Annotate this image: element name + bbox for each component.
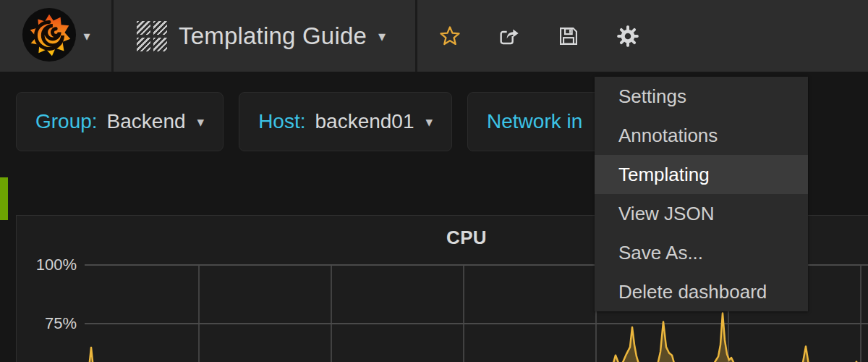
chevron-down-icon: ▾ — [197, 115, 205, 129]
star-button[interactable] — [438, 24, 462, 49]
grafana-dashboard: ▾ Templating Guide ▾ — [0, 0, 868, 362]
variable-network-label: Network in — [487, 110, 582, 133]
org-menu[interactable]: ▾ — [0, 0, 114, 72]
menu-item-annotations[interactable]: Annotations — [595, 116, 808, 155]
share-button[interactable] — [497, 24, 522, 49]
dashboard-title[interactable]: Templating Guide — [179, 22, 367, 50]
navbar-actions — [417, 0, 640, 72]
ytick-75: 75% — [26, 314, 77, 333]
variable-host-value: backend01 — [315, 110, 414, 133]
variable-group-label: Group: — [35, 110, 98, 133]
menu-item-view-json[interactable]: View JSON — [595, 194, 808, 233]
menu-item-delete-dashboard[interactable]: Delete dashboard — [595, 272, 808, 311]
grafana-logo-icon[interactable] — [21, 7, 77, 66]
menu-item-templating[interactable]: Templating — [595, 155, 808, 194]
dashboard-grid-icon — [137, 21, 167, 51]
settings-dropdown-menu: Settings Annotations Templating View JSO… — [595, 77, 808, 311]
dashboard-picker[interactable]: Templating Guide ▾ — [114, 0, 417, 72]
chevron-down-icon: ▾ — [426, 115, 433, 129]
variable-host[interactable]: Host: backend01 ▾ — [239, 92, 452, 151]
save-button[interactable] — [556, 24, 581, 49]
settings-gear-button[interactable] — [616, 24, 640, 49]
top-navbar: ▾ Templating Guide ▾ — [0, 0, 868, 72]
menu-item-save-as[interactable]: Save As... — [595, 233, 808, 272]
org-caret-icon: ▾ — [83, 30, 90, 43]
variable-group-value: Backend — [107, 110, 186, 133]
dashboard-caret-icon: ▾ — [378, 29, 386, 43]
menu-item-settings[interactable]: Settings — [595, 77, 808, 116]
variable-host-label: Host: — [258, 110, 305, 133]
ytick-100: 100% — [26, 256, 77, 274]
variable-group[interactable]: Group: Backend ▾ — [16, 92, 224, 151]
row-toggle[interactable] — [0, 177, 8, 220]
